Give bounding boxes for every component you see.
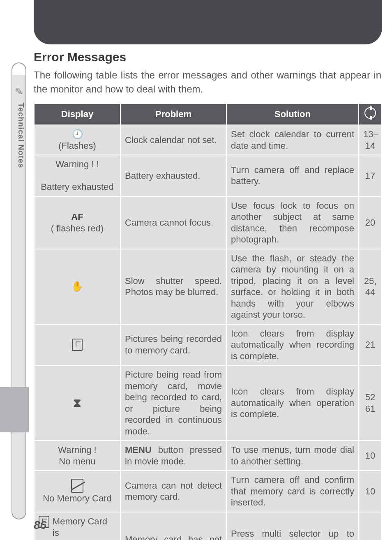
display-line: Memory Card is	[53, 516, 107, 538]
cell-problem: Picture being read from memory card, mov…	[120, 365, 226, 441]
th-page-ref	[359, 104, 382, 125]
page-ref-icon	[364, 107, 376, 119]
cell-page: 21	[359, 324, 382, 366]
side-tab-bottom	[12, 510, 26, 519]
cell-solution: Turn camera off and confirm that memory …	[226, 471, 359, 512]
cell-display: Warning ! ! Battery exhausted	[34, 155, 120, 196]
cell-page: 10	[359, 471, 382, 512]
cell-page: 20	[359, 196, 382, 249]
cell-problem: Slow shutter speed. Photos may be blurre…	[120, 249, 226, 324]
cell-problem: Pictures being recorded to memory card.	[120, 324, 226, 366]
table-row: Warning ! No menu MENU button pressed in…	[34, 441, 382, 471]
cell-problem: Battery exhausted.	[120, 155, 226, 196]
table-row: No Memory Card Camera can not detect mem…	[34, 471, 382, 512]
problem-bold: MENU	[125, 445, 152, 455]
solution-prefix: Press multi selector up to highlight	[231, 528, 354, 540]
th-display: Display	[34, 104, 120, 125]
hand-shake-icon: ✋	[71, 281, 83, 292]
cell-display: Memory Card is not formatted Format No ▷	[34, 512, 120, 540]
pencil-icon: ✎	[13, 86, 25, 97]
table-row: AF ( flashes red) Camera cannot focus. U…	[34, 196, 382, 249]
card-record-icon	[72, 339, 83, 351]
cell-display: Warning ! No menu	[34, 441, 120, 471]
cell-page: 10	[359, 441, 382, 471]
cell-solution: Use focus lock to focus on another subje…	[226, 196, 359, 249]
cell-solution: Use the flash, or steady the camera by m…	[226, 249, 359, 324]
cell-solution: Icon clears from display automatically w…	[226, 365, 359, 441]
cell-page: 75	[359, 512, 382, 540]
cell-page: 13–14	[359, 125, 382, 155]
cell-display: ✋	[34, 249, 120, 324]
cell-problem: Camera cannot focus.	[120, 196, 226, 249]
th-problem: Problem	[120, 104, 226, 125]
cell-page: 25, 44	[359, 249, 382, 324]
cell-page: 17	[359, 155, 382, 196]
header-dark-box	[34, 0, 382, 44]
cell-problem: Camera can not detect memory card.	[120, 471, 226, 512]
page-title: Error Messages	[34, 50, 381, 64]
display-paren: ( flashes red)	[51, 223, 104, 233]
intro-paragraph: The following table lists the error mess…	[34, 68, 381, 96]
display-line: Battery exhausted	[41, 182, 113, 192]
table-row: Warning ! ! Battery exhausted Battery ex…	[34, 155, 382, 196]
cell-solution: Icon clears from display automatically w…	[226, 324, 359, 366]
cell-display: No Memory Card	[34, 471, 120, 512]
cell-solution: Set clock calendar to current date and t…	[226, 125, 359, 155]
cell-solution: Turn camera off and replace battery.	[226, 155, 359, 196]
display-bold: AF	[71, 212, 83, 222]
left-accent-bar	[0, 387, 29, 432]
page-content: Error Messages The following table lists…	[34, 50, 381, 540]
cell-display: 🕘 (Flashes)	[34, 125, 120, 155]
cell-display: ⧗	[34, 365, 120, 441]
side-tab-label: Technical Notes	[12, 103, 25, 168]
cell-problem: Memory card has not been formatted for u…	[120, 512, 226, 540]
display-line: No menu	[59, 456, 95, 466]
table-row: Pictures being recorded to memory card. …	[34, 324, 382, 366]
clock-icon: 🕘	[72, 129, 83, 139]
th-solution: Solution	[226, 104, 359, 125]
error-messages-table: Display Problem Solution 🕘 (Flashes) Clo…	[34, 103, 382, 540]
cell-problem: MENU button pressed in movie mode.	[120, 441, 226, 471]
cell-display	[34, 324, 120, 366]
display-line: Warning ! !	[55, 159, 99, 169]
side-tab-cap	[12, 62, 26, 75]
display-line: Warning !	[58, 445, 96, 455]
table-row: Memory Card is not formatted Format No ▷…	[34, 512, 382, 540]
table-header-row: Display Problem Solution	[34, 104, 382, 125]
cell-page: 52 61	[359, 365, 382, 441]
cell-display: AF ( flashes red)	[34, 196, 120, 249]
display-text: (Flashes)	[58, 141, 96, 151]
table-row: 🕘 (Flashes) Clock calendar not set. Set …	[34, 125, 382, 155]
table-row: ⧗ Picture being read from memory card, m…	[34, 365, 382, 441]
no-card-icon	[71, 479, 83, 493]
display-text: No Memory Card	[43, 493, 111, 503]
hourglass-icon: ⧗	[73, 397, 81, 409]
cell-problem: Clock calendar not set.	[120, 125, 226, 155]
cell-solution: Press multi selector up to highlight FOR…	[226, 512, 359, 540]
page-number: 86	[34, 519, 46, 532]
table-row: ✋ Slow shutter speed. Photos may be blur…	[34, 249, 382, 324]
cell-solution: To use menus, turn mode dial to another …	[226, 441, 359, 471]
